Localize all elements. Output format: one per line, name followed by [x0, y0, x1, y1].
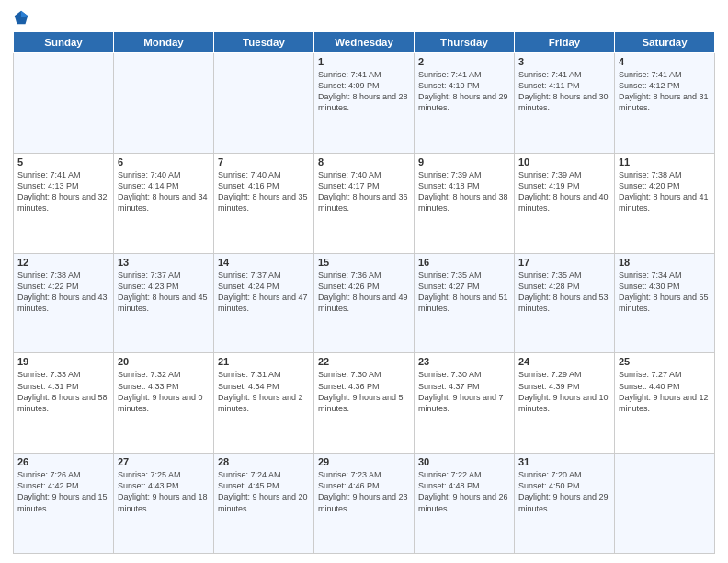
day-number: 27: [118, 456, 210, 467]
day-info: Sunrise: 7:23 AM Sunset: 4:46 PM Dayligh…: [318, 469, 410, 514]
calendar-cell: 11Sunrise: 7:38 AM Sunset: 4:20 PM Dayli…: [615, 153, 715, 253]
day-number: 22: [318, 356, 410, 367]
calendar-cell: 17Sunrise: 7:35 AM Sunset: 4:28 PM Dayli…: [515, 253, 615, 353]
day-info: Sunrise: 7:41 AM Sunset: 4:11 PM Dayligh…: [518, 69, 610, 114]
calendar-week-row: 1Sunrise: 7:41 AM Sunset: 4:09 PM Daylig…: [14, 53, 715, 154]
calendar-cell: 12Sunrise: 7:38 AM Sunset: 4:22 PM Dayli…: [14, 253, 114, 353]
calendar-week-row: 12Sunrise: 7:38 AM Sunset: 4:22 PM Dayli…: [14, 253, 715, 353]
day-info: Sunrise: 7:27 AM Sunset: 4:40 PM Dayligh…: [619, 369, 711, 414]
calendar-cell: 4Sunrise: 7:41 AM Sunset: 4:12 PM Daylig…: [615, 53, 715, 154]
day-info: Sunrise: 7:30 AM Sunset: 4:37 PM Dayligh…: [418, 369, 510, 414]
day-info: Sunrise: 7:40 AM Sunset: 4:17 PM Dayligh…: [318, 169, 410, 214]
day-number: 15: [318, 257, 410, 268]
day-info: Sunrise: 7:39 AM Sunset: 4:19 PM Dayligh…: [518, 169, 610, 214]
day-info: Sunrise: 7:31 AM Sunset: 4:34 PM Dayligh…: [218, 369, 310, 414]
day-info: Sunrise: 7:22 AM Sunset: 4:48 PM Dayligh…: [418, 469, 510, 514]
day-info: Sunrise: 7:41 AM Sunset: 4:13 PM Dayligh…: [17, 169, 109, 214]
calendar-cell: 14Sunrise: 7:37 AM Sunset: 4:24 PM Dayli…: [214, 253, 314, 353]
calendar-cell: [14, 53, 114, 154]
calendar-cell: 6Sunrise: 7:40 AM Sunset: 4:14 PM Daylig…: [114, 153, 214, 253]
day-number: 11: [619, 156, 711, 167]
day-info: Sunrise: 7:37 AM Sunset: 4:23 PM Dayligh…: [118, 270, 210, 315]
day-number: 17: [518, 257, 610, 268]
day-number: 31: [518, 456, 610, 467]
calendar-cell: 5Sunrise: 7:41 AM Sunset: 4:13 PM Daylig…: [14, 153, 114, 253]
calendar-cell: 22Sunrise: 7:30 AM Sunset: 4:36 PM Dayli…: [314, 353, 415, 454]
calendar-cell: 18Sunrise: 7:34 AM Sunset: 4:30 PM Dayli…: [615, 253, 715, 353]
day-info: Sunrise: 7:41 AM Sunset: 4:12 PM Dayligh…: [619, 69, 711, 114]
calendar-cell: 25Sunrise: 7:27 AM Sunset: 4:40 PM Dayli…: [615, 353, 715, 454]
calendar-cell: 10Sunrise: 7:39 AM Sunset: 4:19 PM Dayli…: [515, 153, 615, 253]
day-info: Sunrise: 7:35 AM Sunset: 4:27 PM Dayligh…: [418, 270, 510, 315]
calendar-cell: 7Sunrise: 7:40 AM Sunset: 4:16 PM Daylig…: [214, 153, 314, 253]
calendar-cell: [114, 53, 214, 154]
calendar-cell: [214, 53, 314, 154]
day-number: 24: [518, 356, 610, 367]
calendar-cell: 3Sunrise: 7:41 AM Sunset: 4:11 PM Daylig…: [515, 53, 615, 154]
calendar-cell: 29Sunrise: 7:23 AM Sunset: 4:46 PM Dayli…: [314, 454, 415, 554]
day-number: 5: [17, 156, 109, 167]
day-info: Sunrise: 7:25 AM Sunset: 4:43 PM Dayligh…: [118, 469, 210, 514]
day-number: 16: [418, 257, 510, 268]
calendar-cell: [615, 454, 715, 554]
day-number: 30: [418, 456, 510, 467]
day-number: 4: [619, 56, 711, 67]
day-number: 9: [418, 156, 510, 167]
day-number: 18: [619, 257, 711, 268]
day-info: Sunrise: 7:39 AM Sunset: 4:18 PM Dayligh…: [418, 169, 510, 214]
day-info: Sunrise: 7:41 AM Sunset: 4:09 PM Dayligh…: [318, 69, 410, 114]
calendar-cell: 27Sunrise: 7:25 AM Sunset: 4:43 PM Dayli…: [114, 454, 214, 554]
day-info: Sunrise: 7:34 AM Sunset: 4:30 PM Dayligh…: [619, 270, 711, 315]
calendar-cell: 31Sunrise: 7:20 AM Sunset: 4:50 PM Dayli…: [515, 454, 615, 554]
day-number: 26: [17, 456, 109, 467]
calendar-week-row: 5Sunrise: 7:41 AM Sunset: 4:13 PM Daylig…: [14, 153, 715, 253]
calendar-cell: 24Sunrise: 7:29 AM Sunset: 4:39 PM Dayli…: [515, 353, 615, 454]
day-number: 10: [518, 156, 610, 167]
calendar-cell: 8Sunrise: 7:40 AM Sunset: 4:17 PM Daylig…: [314, 153, 415, 253]
day-number: 29: [318, 456, 410, 467]
day-info: Sunrise: 7:41 AM Sunset: 4:10 PM Dayligh…: [418, 69, 510, 114]
day-number: 12: [17, 257, 109, 268]
day-of-week-header: Wednesday: [314, 32, 415, 53]
day-info: Sunrise: 7:40 AM Sunset: 4:14 PM Dayligh…: [118, 169, 210, 214]
calendar-cell: 30Sunrise: 7:22 AM Sunset: 4:48 PM Dayli…: [415, 454, 515, 554]
day-number: 6: [118, 156, 210, 167]
header: [13, 9, 715, 26]
calendar-cell: 1Sunrise: 7:41 AM Sunset: 4:09 PM Daylig…: [314, 53, 415, 154]
day-number: 1: [318, 56, 410, 67]
day-number: 2: [418, 56, 510, 67]
day-number: 28: [218, 456, 310, 467]
calendar-cell: 9Sunrise: 7:39 AM Sunset: 4:18 PM Daylig…: [415, 153, 515, 253]
calendar-cell: 26Sunrise: 7:26 AM Sunset: 4:42 PM Dayli…: [14, 454, 114, 554]
day-number: 19: [17, 356, 109, 367]
day-number: 14: [218, 257, 310, 268]
day-number: 7: [218, 156, 310, 167]
day-info: Sunrise: 7:33 AM Sunset: 4:31 PM Dayligh…: [17, 369, 109, 414]
calendar-cell: 19Sunrise: 7:33 AM Sunset: 4:31 PM Dayli…: [14, 353, 114, 454]
day-of-week-header: Thursday: [415, 32, 515, 53]
day-of-week-header: Friday: [515, 32, 615, 53]
day-info: Sunrise: 7:24 AM Sunset: 4:45 PM Dayligh…: [218, 469, 310, 514]
calendar-week-row: 26Sunrise: 7:26 AM Sunset: 4:42 PM Dayli…: [14, 454, 715, 554]
days-header-row: SundayMondayTuesdayWednesdayThursdayFrid…: [14, 32, 715, 53]
day-info: Sunrise: 7:29 AM Sunset: 4:39 PM Dayligh…: [518, 369, 610, 414]
day-info: Sunrise: 7:32 AM Sunset: 4:33 PM Dayligh…: [118, 369, 210, 414]
calendar-cell: 13Sunrise: 7:37 AM Sunset: 4:23 PM Dayli…: [114, 253, 214, 353]
calendar-cell: 21Sunrise: 7:31 AM Sunset: 4:34 PM Dayli…: [214, 353, 314, 454]
day-info: Sunrise: 7:37 AM Sunset: 4:24 PM Dayligh…: [218, 270, 310, 315]
day-number: 20: [118, 356, 210, 367]
page: SundayMondayTuesdayWednesdayThursdayFrid…: [0, 0, 728, 563]
calendar-week-row: 19Sunrise: 7:33 AM Sunset: 4:31 PM Dayli…: [14, 353, 715, 454]
day-number: 3: [518, 56, 610, 67]
day-info: Sunrise: 7:38 AM Sunset: 4:22 PM Dayligh…: [17, 270, 109, 315]
calendar-cell: 23Sunrise: 7:30 AM Sunset: 4:37 PM Dayli…: [415, 353, 515, 454]
day-number: 25: [619, 356, 711, 367]
calendar-cell: 2Sunrise: 7:41 AM Sunset: 4:10 PM Daylig…: [415, 53, 515, 154]
day-number: 23: [418, 356, 510, 367]
calendar-cell: 20Sunrise: 7:32 AM Sunset: 4:33 PM Dayli…: [114, 353, 214, 454]
day-info: Sunrise: 7:20 AM Sunset: 4:50 PM Dayligh…: [518, 469, 610, 514]
day-info: Sunrise: 7:30 AM Sunset: 4:36 PM Dayligh…: [318, 369, 410, 414]
day-info: Sunrise: 7:36 AM Sunset: 4:26 PM Dayligh…: [318, 270, 410, 315]
day-of-week-header: Tuesday: [214, 32, 314, 53]
day-info: Sunrise: 7:26 AM Sunset: 4:42 PM Dayligh…: [17, 469, 109, 514]
